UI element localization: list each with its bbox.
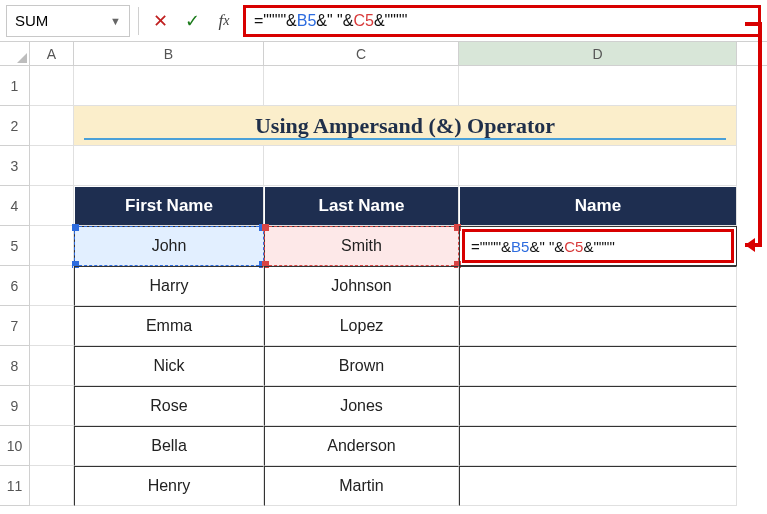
cell-value: John (152, 237, 187, 255)
grid-body: 1 2 3 4 5 6 7 8 9 10 11 Using Ampersand … (0, 66, 767, 506)
formula-ref-b5: B5 (297, 12, 317, 30)
cell[interactable] (459, 66, 737, 106)
name-box-value: SUM (15, 12, 48, 29)
cells: Using Ampersand (&) Operator First Name … (30, 66, 767, 506)
formula-input[interactable]: =""""&B5&" "&C5&"""" (243, 5, 761, 37)
row-header[interactable]: 1 (0, 66, 29, 106)
cell[interactable] (74, 146, 264, 186)
column-header-a[interactable]: A (30, 42, 74, 65)
cell-value: Smith (341, 237, 382, 255)
cell[interactable] (459, 426, 737, 466)
row-header[interactable]: 10 (0, 426, 29, 466)
cell[interactable] (30, 66, 74, 106)
cell[interactable]: Bella (74, 426, 264, 466)
cell[interactable] (30, 306, 74, 346)
column-header-d[interactable]: D (459, 42, 737, 65)
cell[interactable]: Martin (264, 466, 459, 506)
cell[interactable] (459, 466, 737, 506)
cell[interactable] (30, 426, 74, 466)
divider (138, 7, 139, 35)
header-name[interactable]: Name (459, 186, 737, 226)
cell[interactable] (459, 386, 737, 426)
title-text: Using Ampersand (&) Operator (255, 113, 555, 139)
cell[interactable]: Nick (74, 346, 264, 386)
cell[interactable] (30, 146, 74, 186)
column-header-b[interactable]: B (74, 42, 264, 65)
formula-seg: &" "& (316, 12, 353, 30)
cell[interactable] (30, 346, 74, 386)
column-header-c[interactable]: C (264, 42, 459, 65)
title-cell[interactable]: Using Ampersand (&) Operator (74, 106, 737, 146)
formula-seg: =""""& (254, 12, 297, 30)
row-header[interactable]: 8 (0, 346, 29, 386)
formula-ref-c5: C5 (564, 238, 583, 255)
row-header[interactable]: 2 (0, 106, 29, 146)
column-headers: A B C D (0, 42, 767, 66)
row-header[interactable]: 4 (0, 186, 29, 226)
insert-function-button[interactable]: fx (211, 7, 237, 35)
cell[interactable]: Brown (264, 346, 459, 386)
cell[interactable] (30, 226, 74, 266)
cell[interactable] (30, 186, 74, 226)
row-header[interactable]: 3 (0, 146, 29, 186)
row-headers: 1 2 3 4 5 6 7 8 9 10 11 (0, 66, 30, 506)
cell[interactable] (264, 146, 459, 186)
cell[interactable] (30, 386, 74, 426)
formula-seg: &"""" (374, 12, 407, 30)
chevron-down-icon[interactable]: ▼ (110, 15, 121, 27)
cell-d5[interactable]: =""""&B5&" "&C5&"""" (459, 226, 737, 266)
row-header[interactable]: 7 (0, 306, 29, 346)
formula-seg: &" "& (529, 238, 564, 255)
cell[interactable] (459, 346, 737, 386)
cell-b5[interactable]: John (74, 226, 264, 266)
cell[interactable] (264, 66, 459, 106)
cell[interactable] (74, 66, 264, 106)
row-header[interactable]: 9 (0, 386, 29, 426)
title-underline (84, 138, 726, 140)
cell[interactable]: Rose (74, 386, 264, 426)
cell[interactable] (30, 106, 74, 146)
selection-handle[interactable] (262, 224, 269, 231)
cell[interactable]: Jones (264, 386, 459, 426)
select-all-corner[interactable] (0, 42, 30, 65)
cell[interactable]: Emma (74, 306, 264, 346)
row-header[interactable]: 6 (0, 266, 29, 306)
formula-ref-b5: B5 (511, 238, 529, 255)
formula-seg: &"""" (583, 238, 614, 255)
header-first-name[interactable]: First Name (74, 186, 264, 226)
row-header[interactable]: 5 (0, 226, 29, 266)
cell[interactable] (459, 266, 737, 306)
cell[interactable]: Henry (74, 466, 264, 506)
formula-bar: SUM ▼ ✕ ✓ fx =""""&B5&" "&C5&"""" (0, 0, 767, 42)
formula-seg: =""""& (471, 238, 511, 255)
cell[interactable] (459, 146, 737, 186)
selection-handle[interactable] (72, 224, 79, 231)
cell[interactable]: Johnson (264, 266, 459, 306)
cancel-formula-button[interactable]: ✕ (147, 7, 173, 35)
name-box[interactable]: SUM ▼ (6, 5, 130, 37)
formula-ref-c5: C5 (353, 12, 373, 30)
cell[interactable]: Anderson (264, 426, 459, 466)
enter-formula-button[interactable]: ✓ (179, 7, 205, 35)
cell[interactable] (30, 266, 74, 306)
cell[interactable] (30, 466, 74, 506)
row-header[interactable]: 11 (0, 466, 29, 506)
cell[interactable] (459, 306, 737, 346)
cell[interactable]: Harry (74, 266, 264, 306)
cell[interactable]: Lopez (264, 306, 459, 346)
cell-d5-formula-box: =""""&B5&" "&C5&"""" (462, 229, 734, 263)
header-last-name[interactable]: Last Name (264, 186, 459, 226)
cell-c5[interactable]: Smith (264, 226, 459, 266)
